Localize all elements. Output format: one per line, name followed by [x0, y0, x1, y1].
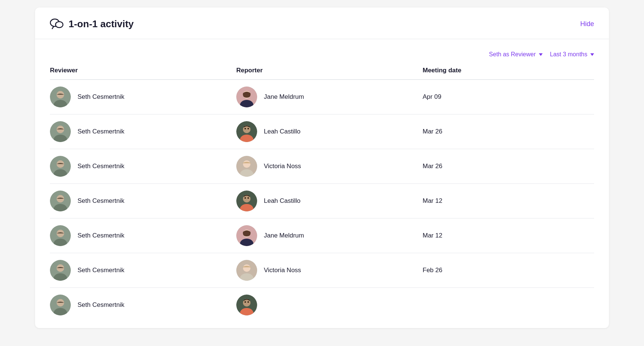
meeting-date: Mar 26	[423, 163, 594, 170]
svg-point-17	[244, 128, 246, 129]
reviewer-avatar	[50, 260, 71, 281]
table-row[interactable]: Seth Cesmertnik Victoria NossMar 26	[50, 149, 594, 184]
svg-point-58	[244, 301, 246, 303]
reviewer-cell: Seth Cesmertnik	[50, 295, 236, 315]
reporter-name: Jane Meldrum	[264, 232, 304, 239]
date-filter-label: Last 3 months	[550, 51, 588, 58]
reporter-name: Leah Castillo	[264, 128, 300, 135]
table-header: Reviewer Reporter Meeting date	[50, 67, 594, 80]
reporter-cell: Jane Meldrum	[236, 86, 423, 107]
meeting-date: Mar 12	[423, 232, 594, 239]
reporter-avatar	[236, 191, 257, 211]
reviewer-avatar	[50, 121, 71, 142]
col-header-meeting-date: Meeting date	[423, 67, 594, 74]
reviewer-cell: Seth Cesmertnik	[50, 86, 236, 107]
reviewer-cell: Seth Cesmertnik	[50, 260, 236, 281]
reviewer-avatar	[50, 225, 71, 246]
date-filter-chevron-icon	[590, 53, 594, 56]
reviewer-cell: Seth Cesmertnik	[50, 225, 236, 246]
reviewer-filter-chevron-icon	[539, 53, 543, 56]
reporter-name: Victoria Noss	[264, 267, 301, 274]
table-body: Seth Cesmertnik Jane MeldrumApr 09 Seth …	[50, 80, 594, 318]
reviewer-name: Seth Cesmertnik	[78, 93, 124, 101]
main-card: 1-on-1 activity Hide Seth as Reviewer La…	[35, 7, 609, 328]
col-header-reviewer: Reviewer	[50, 67, 236, 74]
reporter-avatar	[236, 86, 257, 107]
reporter-name: Victoria Noss	[264, 163, 301, 170]
reporter-cell: Leah Castillo	[236, 121, 423, 142]
reviewer-filter-button[interactable]: Seth as Reviewer	[489, 50, 542, 59]
table-row[interactable]: Seth Cesmertnik Victoria NossFeb 26	[50, 253, 594, 288]
reviewer-avatar	[50, 295, 71, 315]
reviewer-avatar	[50, 191, 71, 211]
reporter-name: Jane Meldrum	[264, 93, 304, 101]
chat-icon	[50, 18, 63, 30]
svg-point-18	[247, 128, 249, 129]
reporter-cell: Victoria Noss	[236, 156, 423, 177]
filters-row: Seth as Reviewer Last 3 months	[35, 39, 609, 67]
reporter-avatar	[236, 260, 257, 281]
svg-point-24	[243, 160, 250, 168]
reviewer-filter-label: Seth as Reviewer	[489, 51, 536, 58]
svg-point-48	[243, 264, 250, 272]
page-title: 1-on-1 activity	[69, 18, 134, 30]
reviewer-name: Seth Cesmertnik	[78, 197, 124, 205]
table-row[interactable]: Seth Cesmertnik Leah CastilloMar 12	[50, 184, 594, 218]
hide-button[interactable]: Hide	[580, 20, 594, 28]
reviewer-avatar	[50, 86, 71, 107]
table-row[interactable]: Seth Cesmertnik	[50, 288, 594, 318]
reporter-cell: Leah Castillo	[236, 191, 423, 211]
meeting-date: Feb 26	[423, 267, 594, 274]
reviewer-name: Seth Cesmertnik	[78, 232, 124, 239]
reporter-name: Leah Castillo	[264, 197, 300, 205]
reviewer-name: Seth Cesmertnik	[78, 163, 124, 170]
reviewer-name: Seth Cesmertnik	[78, 301, 124, 309]
table-row[interactable]: Seth Cesmertnik Jane MeldrumApr 09	[50, 80, 594, 114]
reporter-avatar	[236, 225, 257, 246]
table-container: Reviewer Reporter Meeting date Seth Cesm…	[35, 67, 609, 318]
svg-point-35	[247, 197, 249, 199]
reviewer-name: Seth Cesmertnik	[78, 128, 124, 135]
reporter-avatar	[236, 295, 257, 315]
svg-point-59	[247, 301, 249, 303]
reviewer-cell: Seth Cesmertnik	[50, 191, 236, 211]
meeting-date: Mar 12	[423, 197, 594, 205]
reporter-cell: Victoria Noss	[236, 260, 423, 281]
col-header-reporter: Reporter	[236, 67, 423, 74]
reporter-cell: Jane Meldrum	[236, 225, 423, 246]
table-row[interactable]: Seth Cesmertnik Jane MeldrumMar 12	[50, 218, 594, 253]
table-row[interactable]: Seth Cesmertnik Leah CastilloMar 26	[50, 114, 594, 149]
reviewer-avatar	[50, 156, 71, 177]
reporter-cell	[236, 295, 423, 315]
meeting-date: Mar 26	[423, 128, 594, 135]
header-left: 1-on-1 activity	[50, 18, 134, 30]
svg-point-1	[56, 22, 63, 28]
meeting-date: Apr 09	[423, 93, 594, 101]
reviewer-cell: Seth Cesmertnik	[50, 156, 236, 177]
reviewer-cell: Seth Cesmertnik	[50, 121, 236, 142]
reviewer-name: Seth Cesmertnik	[78, 267, 124, 274]
card-header: 1-on-1 activity Hide	[35, 7, 609, 39]
svg-point-34	[244, 197, 246, 199]
reporter-avatar	[236, 156, 257, 177]
date-filter-button[interactable]: Last 3 months	[550, 50, 594, 59]
reporter-avatar	[236, 121, 257, 142]
